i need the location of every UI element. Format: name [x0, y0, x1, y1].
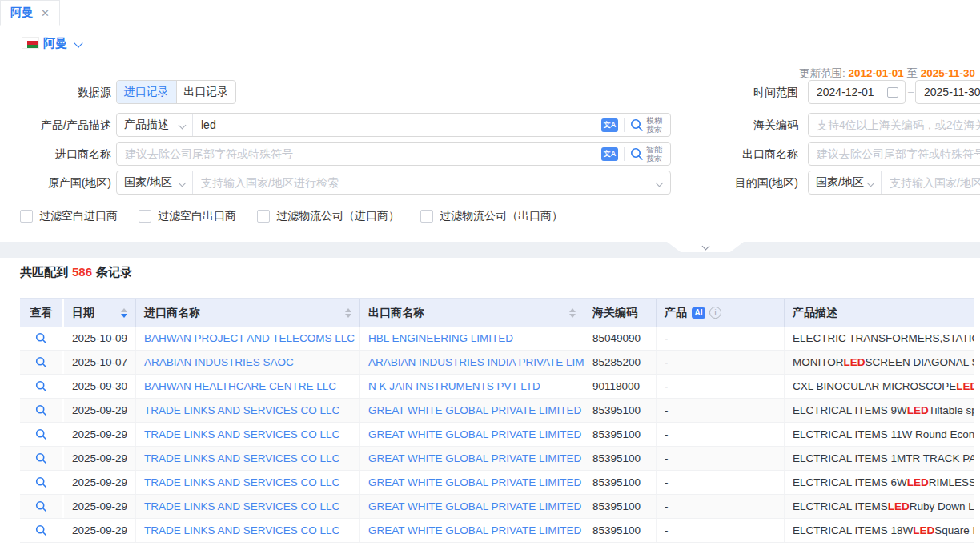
translate-icon[interactable]: 文A [601, 147, 618, 161]
description-cell: ELCTRICAL ITEMS LED Ruby Down Li... [785, 495, 974, 518]
hs-code-cell: 85285200 [584, 351, 657, 374]
exporter-link[interactable]: GREAT WHITE GLOBAL PRIVATE LIMITED [360, 447, 584, 470]
importer-link[interactable]: TRADE LINKS AND SERVICES CO LLC [136, 519, 360, 542]
translate-icon[interactable]: 文A [601, 118, 618, 132]
date-start-input[interactable]: 2024-12-01 [808, 80, 906, 104]
exporter-link[interactable]: GREAT WHITE GLOBAL PRIVATE LIMITED [360, 423, 584, 446]
origin-country-select[interactable]: 国家/地区 [117, 171, 193, 194]
view-cell[interactable] [20, 327, 64, 350]
view-record-icon[interactable] [35, 476, 47, 488]
search-icon [630, 118, 644, 132]
tab-import-records[interactable]: 进口记录 [117, 81, 176, 103]
view-cell[interactable] [20, 351, 64, 374]
importer-link[interactable]: TRADE LINKS AND SERVICES CO LLC [136, 423, 360, 446]
view-cell[interactable] [20, 375, 64, 398]
view-cell[interactable] [20, 519, 64, 542]
importer-link[interactable]: ARABIAN INDUSTRIES SAOC [136, 351, 360, 374]
date-cell: 2025-09-29 [64, 447, 136, 470]
importer-link[interactable]: TRADE LINKS AND SERVICES CO LLC [136, 447, 360, 470]
importer-link[interactable]: TRADE LINKS AND SERVICES CO LLC [136, 471, 360, 494]
destination-country-input[interactable] [882, 172, 980, 193]
view-record-icon[interactable] [35, 356, 47, 368]
checkbox-icon[interactable] [420, 210, 433, 223]
date-cell: 2025-10-09 [64, 327, 136, 350]
importer-link[interactable]: TRADE LINKS AND SERVICES CO LLC [136, 495, 360, 518]
view-record-icon[interactable] [35, 524, 47, 536]
view-record-icon[interactable] [35, 380, 47, 392]
country-selector[interactable]: 阿曼 [43, 36, 67, 51]
description-cell: ELCTRICAL ITEMS 1MTR TRACK PATT... [785, 447, 974, 470]
view-cell[interactable] [20, 447, 64, 470]
hs-code-label: 海关编码 [721, 118, 798, 133]
tab-bar: 阿曼 ✕ [0, 0, 980, 26]
date-cell: 2025-09-29 [64, 423, 136, 446]
view-record-icon[interactable] [35, 428, 47, 440]
view-cell[interactable] [20, 471, 64, 494]
hs-code-group [808, 113, 980, 137]
view-record-icon[interactable] [35, 404, 47, 416]
column-date[interactable]: 日期 [64, 299, 136, 327]
origin-country-input[interactable] [193, 172, 657, 193]
date-cell: 2025-09-29 [64, 519, 136, 542]
exporter-link[interactable]: ARABIAN INDUSTRIES INDIA PRIVATE LIMIT..… [360, 351, 584, 374]
tab-oman[interactable]: 阿曼 ✕ [0, 0, 60, 26]
checkbox-filter-blank-exporter[interactable]: 过滤空白出口商 [139, 209, 236, 223]
exporter-link[interactable]: N K JAIN INSTRUMENTS PVT LTD [360, 375, 584, 398]
exporter-group [808, 142, 980, 166]
checkbox-icon[interactable] [139, 210, 151, 223]
hs-code-cell: 85395100 [584, 519, 657, 542]
product-cell: - [657, 423, 785, 446]
close-icon[interactable]: ✕ [41, 8, 50, 18]
view-cell[interactable] [20, 495, 64, 518]
exporter-link[interactable]: GREAT WHITE GLOBAL PRIVATE LIMITED [360, 495, 584, 518]
update-range-end: 2025-11-30 [921, 67, 975, 79]
product-cell: - [657, 471, 785, 494]
sort-icons[interactable] [569, 308, 576, 318]
hs-code-input[interactable] [809, 114, 980, 135]
product-search-input[interactable] [193, 114, 601, 135]
checkbox-icon[interactable] [257, 210, 270, 223]
view-record-icon[interactable] [35, 332, 47, 344]
exporter-link[interactable]: HBL ENGINEERING LIMITED [360, 327, 584, 350]
checkbox-filter-logistics-exporter[interactable]: 过滤物流公司（出口商） [420, 209, 563, 223]
sort-icons[interactable] [345, 308, 351, 318]
country-row: 阿曼 [0, 26, 980, 58]
checkbox-icon[interactable] [20, 210, 33, 223]
importer-link[interactable]: BAHWAN HEALTHCARE CENTRE LLC [136, 375, 360, 398]
view-cell[interactable] [20, 399, 64, 422]
smart-search-button[interactable]: 智能搜索 [630, 145, 664, 163]
tab-export-records[interactable]: 出口记录 [176, 81, 236, 103]
results-section: 共匹配到586条记录 查看 日期 进口商名称 出口商名称 海关编码 [0, 258, 980, 546]
table-row: 2025-09-29TRADE LINKS AND SERVICES CO LL… [20, 399, 974, 423]
view-record-icon[interactable] [35, 500, 47, 512]
hs-code-cell: 90118000 [584, 375, 657, 398]
destination-country-select[interactable]: 国家/地区 [809, 171, 882, 194]
chevron-down-icon[interactable] [74, 38, 82, 47]
view-cell[interactable] [20, 423, 64, 446]
checkbox-filter-blank-importer[interactable]: 过滤空白进口商 [20, 209, 118, 223]
checkbox-filter-logistics-importer[interactable]: 过滤物流公司（进口商） [257, 209, 400, 223]
importer-input[interactable] [117, 143, 601, 164]
exporter-input[interactable] [809, 143, 980, 164]
exporter-link[interactable]: GREAT WHITE GLOBAL PRIVATE LIMITED [360, 471, 584, 494]
exporter-link[interactable]: GREAT WHITE GLOBAL PRIVATE LIMITED [360, 399, 584, 422]
fuzzy-search-button[interactable]: 模糊搜索 [630, 116, 664, 134]
hs-code-cell: 85395100 [584, 471, 657, 494]
vertical-scrollbar[interactable] [974, 298, 980, 546]
product-cell: - [657, 495, 785, 518]
date-end-input[interactable]: 2025-11-30 [915, 80, 980, 104]
results-summary: 共匹配到586条记录 [20, 265, 132, 280]
view-record-icon[interactable] [35, 452, 47, 464]
product-cell: - [657, 327, 785, 350]
records-table: 查看 日期 进口商名称 出口商名称 海关编码 产品 AI [20, 298, 974, 546]
product-type-select[interactable]: 产品描述 [117, 114, 193, 136]
importer-link[interactable]: TRADE LINKS AND SERVICES CO LLC [136, 399, 360, 422]
column-exporter[interactable]: 出口商名称 [360, 299, 584, 327]
importer-link[interactable]: BAHWAN PROJECT AND TELECOMS LLC [136, 327, 360, 350]
panel-divider-band [0, 242, 980, 258]
exporter-link[interactable]: GREAT WHITE GLOBAL PRIVATE LIMITED [360, 519, 584, 542]
info-icon[interactable] [709, 307, 721, 319]
sort-icons[interactable] [121, 308, 127, 318]
column-importer[interactable]: 进口商名称 [136, 299, 360, 327]
hs-code-cell: 85395100 [584, 399, 657, 422]
